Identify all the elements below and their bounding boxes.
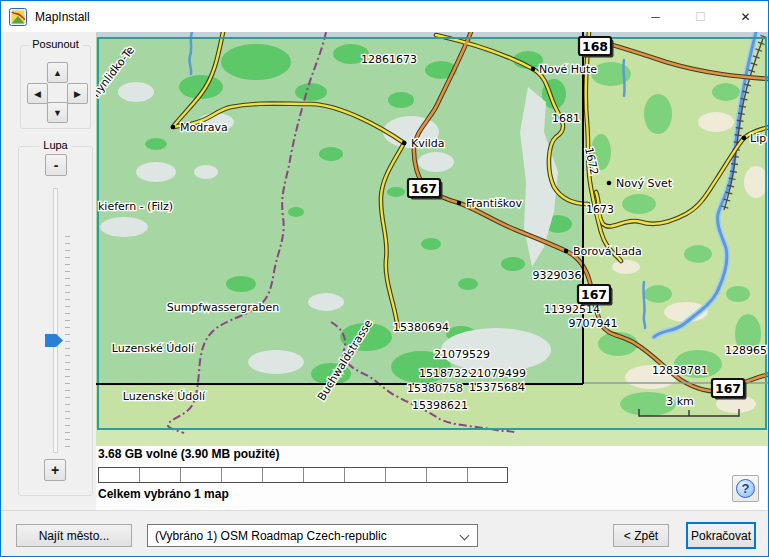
free-space-text: 3.68 GB volné (3.90 MB použité) bbox=[98, 447, 279, 461]
zoom-group-label: Lupa bbox=[39, 139, 71, 151]
zoom-in-button[interactable]: + bbox=[44, 459, 66, 481]
pan-group-label: Posunout bbox=[28, 38, 82, 50]
map-label: Nové Hute bbox=[539, 63, 597, 76]
plus-icon: + bbox=[51, 462, 59, 478]
mapinstall-window: MapInstall ─ ☐ ✕ Posunout ▲ ◀ ▶ ▼ Lupa -… bbox=[0, 0, 769, 557]
help-button[interactable]: ? bbox=[732, 475, 759, 502]
route-shield: 167 bbox=[408, 179, 443, 200]
titlebar: MapInstall ─ ☐ ✕ bbox=[1, 1, 768, 32]
map-outside-bottom bbox=[96, 429, 769, 446]
route-shield-number: 167 bbox=[411, 181, 437, 196]
route-shield: 168 bbox=[579, 37, 614, 58]
route-shield: 167 bbox=[578, 285, 613, 306]
map-product-dropdown[interactable]: (Vybráno 1) OSM Roadmap Czech-republic bbox=[147, 524, 478, 547]
pan-group: Posunout ▲ ◀ ▶ ▼ bbox=[20, 45, 91, 129]
window-controls: ─ ☐ ✕ bbox=[633, 1, 768, 32]
route-shield-number: 167 bbox=[581, 287, 607, 302]
map-label: Nový Svet bbox=[616, 177, 673, 190]
help-icon: ? bbox=[736, 479, 755, 498]
map-label: Borová Lada bbox=[573, 245, 642, 258]
pan-down-button[interactable]: ▼ bbox=[47, 102, 68, 123]
zoom-slider-ticks bbox=[65, 236, 70, 451]
map-label: Luzenské Údolí bbox=[123, 390, 206, 403]
map-label: 9707941 bbox=[569, 317, 618, 330]
map-label: Kvilda bbox=[411, 137, 445, 150]
map-label: 1673 bbox=[586, 203, 614, 216]
pan-left-button[interactable]: ◀ bbox=[27, 83, 48, 104]
close-button[interactable]: ✕ bbox=[723, 1, 768, 32]
map-label: 12838781 bbox=[652, 364, 708, 377]
status-zone: 3.68 GB volné (3.90 MB použité) Celkem v… bbox=[96, 446, 767, 512]
chevron-down-icon bbox=[460, 531, 470, 541]
map-label: 15380694 bbox=[393, 321, 449, 334]
map-label: 128965 bbox=[725, 344, 767, 357]
capacity-progress-bar bbox=[98, 467, 508, 483]
map-label: 9329036 bbox=[533, 269, 582, 282]
zoom-out-button[interactable]: - bbox=[45, 154, 67, 176]
map-label: 21079529 bbox=[434, 348, 490, 361]
map-canvas[interactable]: 12861673 Nové Hute Modrava Kvilda 1681 1… bbox=[96, 32, 769, 446]
map-label: Sumpfwassergraben bbox=[167, 301, 280, 314]
map-label: Františkov bbox=[466, 197, 523, 210]
pan-up-button[interactable]: ▲ bbox=[47, 62, 68, 83]
map-label: 15375684 bbox=[469, 381, 525, 394]
route-shield-number: 168 bbox=[582, 39, 608, 54]
map-label: 1681 bbox=[552, 112, 580, 125]
map-label: 12861673 bbox=[361, 53, 417, 66]
map-label: Luzenské Údolí bbox=[112, 342, 195, 355]
continue-button[interactable]: Pokračovat bbox=[686, 522, 756, 549]
map-product-dropdown-value: (Vybráno 1) OSM Roadmap Czech-republic bbox=[155, 529, 387, 543]
map-label: kiefern - (Filz) bbox=[98, 200, 173, 213]
zoom-slider-track[interactable] bbox=[53, 188, 58, 453]
arrow-right-icon: ▶ bbox=[74, 89, 81, 99]
minus-icon: - bbox=[54, 157, 59, 173]
find-city-button[interactable]: Najít město... bbox=[16, 524, 132, 547]
back-button[interactable]: < Zpět bbox=[613, 524, 669, 547]
pan-right-button[interactable]: ▶ bbox=[67, 83, 88, 104]
map-label: 15398621 bbox=[412, 399, 468, 412]
map-label: Modrava bbox=[180, 121, 228, 134]
map-label: 15380758 bbox=[407, 382, 463, 395]
scale-label: 3 km bbox=[666, 395, 694, 408]
app-icon bbox=[9, 8, 27, 26]
map-svg: 12861673 Nové Hute Modrava Kvilda 1681 1… bbox=[96, 32, 769, 446]
arrow-up-icon: ▲ bbox=[53, 68, 62, 78]
arrow-down-icon: ▼ bbox=[53, 108, 62, 118]
stream-3 bbox=[623, 60, 624, 96]
window-title: MapInstall bbox=[35, 10, 633, 24]
minimize-button[interactable]: ─ bbox=[633, 1, 678, 32]
route-shield-number: 167 bbox=[715, 381, 741, 396]
maximize-button: ☐ bbox=[678, 1, 723, 32]
map-label: Lip bbox=[750, 132, 766, 145]
map-label: 21079499 bbox=[470, 367, 526, 380]
arrow-left-icon: ◀ bbox=[34, 89, 41, 99]
map-label: 15187329 bbox=[419, 367, 475, 380]
route-shield: 167 bbox=[712, 379, 747, 400]
selection-count-text: Celkem vybráno 1 map bbox=[98, 487, 229, 501]
footer-bar: Najít město... (Vybráno 1) OSM Roadmap C… bbox=[1, 510, 768, 556]
